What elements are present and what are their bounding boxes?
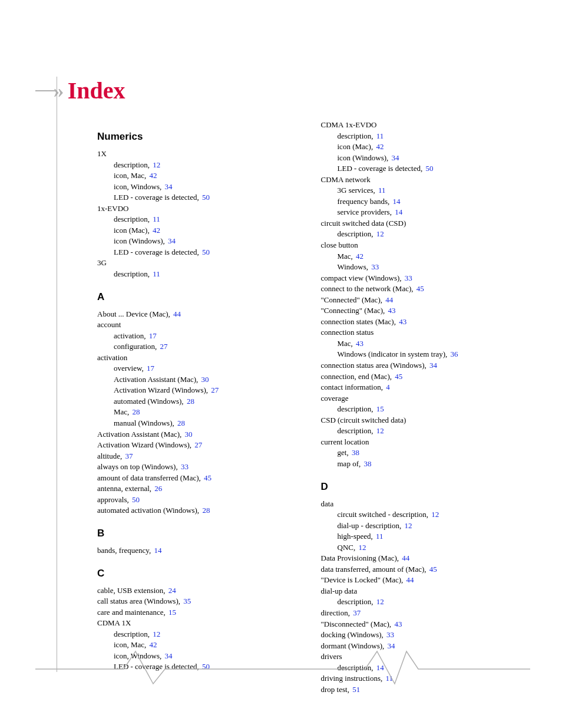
entry-text: overview, (114, 364, 144, 373)
page-link[interactable]: 33 (369, 262, 379, 271)
page-link[interactable]: 50 (130, 495, 140, 504)
page-link[interactable]: 45 (415, 284, 424, 293)
page-link[interactable]: 34 (428, 361, 437, 370)
index-entry: icon (Mac), 42 (114, 225, 297, 236)
entry-text: Mac, (338, 252, 353, 261)
page-link[interactable]: 37 (351, 608, 361, 617)
page-link[interactable]: 17 (147, 331, 157, 340)
index-entry: description, 12 (114, 160, 297, 170)
index-entry: overview, 17 (114, 363, 297, 374)
page-link[interactable]: 34 (163, 182, 172, 191)
entry-text: LED - coverage is detected, (114, 248, 199, 256)
page-link[interactable]: 45 (202, 473, 211, 482)
page-link[interactable]: 15 (375, 404, 384, 413)
page-link[interactable]: 12 (402, 521, 412, 530)
page-link[interactable]: 44 (404, 575, 414, 584)
page-link[interactable]: 50 (200, 248, 210, 256)
page-link[interactable]: 45 (428, 565, 437, 574)
entry-text: get, (338, 448, 349, 457)
index-entry: cable, USB extension, 24 (97, 585, 297, 596)
page-link[interactable]: 26 (153, 484, 162, 493)
page-link[interactable]: 28 (176, 419, 185, 427)
entry-text: Activation Assistant (Mac), (97, 430, 181, 439)
index-entry: Mac, 42 (338, 251, 521, 262)
page-link[interactable]: 4 (384, 383, 390, 391)
index-entry: description, 12 (338, 597, 521, 607)
index-entry: automated activation (Windows), 28 (97, 505, 297, 516)
index-entry: CDMA 1x-EVDO (321, 120, 521, 130)
index-entry: description, 11 (114, 269, 297, 279)
page-link[interactable]: 44 (384, 295, 393, 304)
page-link[interactable]: 36 (448, 350, 458, 358)
index-entry: account (97, 319, 297, 330)
page-link[interactable]: 50 (424, 164, 433, 173)
page-link[interactable]: 11 (374, 532, 384, 541)
page-link[interactable]: 12 (429, 510, 439, 519)
page-link[interactable]: 37 (123, 452, 133, 460)
index-entry: description, 15 (338, 404, 521, 414)
page-link[interactable]: 34 (389, 153, 399, 162)
entries: 1Xdescription, 12icon, Mac, 42icon, Wind… (97, 149, 297, 279)
page-link[interactable]: 43 (392, 620, 402, 628)
index-entry: connection, end (Mac), 45 (321, 371, 521, 382)
page-link[interactable]: 12 (356, 543, 366, 552)
page-link[interactable]: 33 (403, 274, 412, 282)
entry-text: approvals, (97, 495, 129, 504)
page-link[interactable]: 42 (354, 252, 363, 261)
page-link[interactable]: 43 (386, 306, 395, 315)
page-link[interactable]: 33 (179, 462, 189, 471)
page-link[interactable]: 12 (151, 160, 160, 169)
page-link[interactable]: 44 (171, 309, 181, 318)
page-link[interactable]: 12 (151, 630, 160, 638)
page-link[interactable]: 11 (151, 215, 160, 223)
page-link[interactable]: 28 (200, 506, 210, 515)
index-entry: CSD (circuit switched data) (321, 415, 521, 426)
page-link[interactable]: 12 (375, 597, 384, 606)
page-link[interactable]: 42 (147, 171, 157, 180)
page-link[interactable]: 50 (200, 193, 210, 202)
page-link[interactable]: 14 (393, 207, 402, 216)
index-entry: About ... Device (Mac), 44 (97, 309, 297, 319)
page-link[interactable]: 12 (375, 229, 384, 238)
page-link[interactable]: 45 (393, 372, 402, 381)
page-link[interactable]: 17 (145, 364, 154, 373)
page-link[interactable]: 11 (151, 269, 160, 278)
page-link[interactable]: 35 (181, 597, 191, 605)
page-link[interactable]: 14 (391, 197, 400, 206)
page-link[interactable]: 30 (183, 430, 192, 439)
index-entry: Mac, 43 (338, 338, 521, 349)
page-link[interactable]: 43 (354, 339, 363, 348)
entry-text: automated (Windows), (114, 397, 184, 406)
page-link[interactable]: 24 (167, 586, 176, 595)
page-link[interactable]: 28 (185, 397, 194, 406)
index-entry: 1x-EVDO (97, 203, 297, 214)
page-link[interactable]: 27 (193, 440, 202, 449)
page-link[interactable]: 14 (152, 546, 161, 555)
index-entry: Data Provisioning (Mac), 44 (321, 553, 521, 564)
page-link[interactable]: 28 (130, 407, 140, 416)
page-link[interactable]: 30 (199, 375, 209, 384)
entry-text: always on top (Windows), (97, 462, 178, 471)
page-link[interactable]: 12 (375, 426, 384, 435)
section-c-continued: CDMA 1x-EVDOdescription, 11icon (Mac), 4… (321, 120, 521, 469)
page-link[interactable]: 11 (376, 186, 386, 195)
page-link[interactable]: 34 (166, 236, 176, 245)
index-entry: get, 38 (338, 447, 521, 458)
entry-text: data transferred, amount of (Mac), (321, 565, 427, 574)
index-entry: activation (97, 353, 297, 363)
index-entry: icon (Windows), 34 (338, 153, 521, 163)
page-link[interactable]: 11 (375, 131, 384, 140)
page-link[interactable]: 27 (158, 342, 167, 351)
page-link[interactable]: 27 (209, 386, 219, 394)
page-link[interactable]: 44 (400, 554, 409, 562)
page-link[interactable]: 38 (362, 459, 371, 468)
page-link[interactable]: 43 (397, 317, 406, 326)
page-link[interactable]: 42 (151, 226, 160, 235)
index-entry: description, 11 (114, 214, 297, 225)
page-link[interactable]: 33 (385, 630, 394, 639)
index-entry: Windows, 33 (338, 262, 521, 272)
entry-text: connect to the network (Mac), (321, 284, 414, 293)
page-link[interactable]: 38 (350, 448, 359, 457)
page-link[interactable]: 15 (167, 608, 176, 617)
page-link[interactable]: 42 (374, 142, 384, 151)
